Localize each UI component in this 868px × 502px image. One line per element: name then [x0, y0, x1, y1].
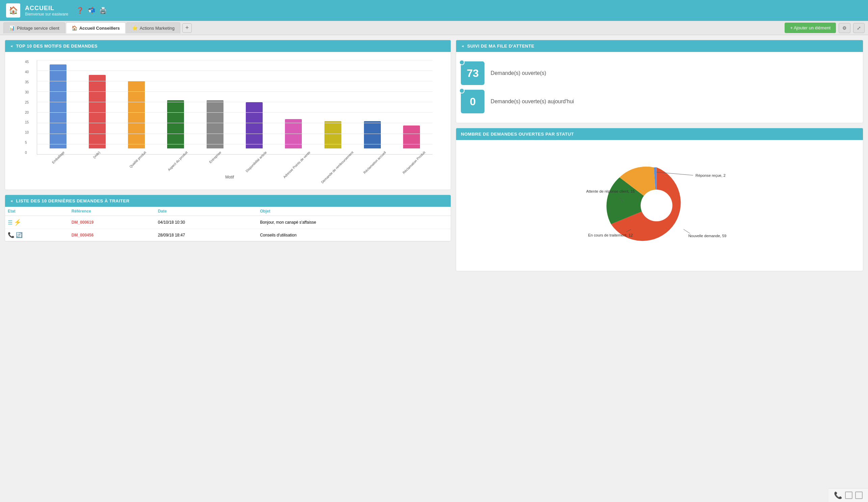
top10-collapse-icon[interactable]: ◄	[10, 44, 13, 48]
col-objet: Objet	[257, 207, 451, 216]
notifications-icon[interactable]: 📬	[88, 7, 95, 14]
bar-reclamation-produit: Réclamation Produit	[393, 125, 430, 154]
x-axis-label: Motif	[27, 175, 433, 179]
bar-disponibilite: Disponibilité article	[236, 102, 272, 154]
right-column: ◄ SUIVI DE MA FILE D'ATTENTE 73 Demande(…	[456, 40, 863, 271]
header-icons: ❓ 📬 🖨️	[76, 7, 107, 14]
bar-emballage: Emballage	[40, 64, 76, 154]
bar-aspect: Aspect du produit	[157, 100, 194, 154]
app-subtitle: Bienvenue sur easiware	[25, 12, 68, 17]
suivi-header: ◄ SUIVI DE MA FILE D'ATTENTE	[456, 40, 863, 52]
suivi-today-label: Demande(s) ouverte(s) aujourd'hui	[490, 98, 574, 105]
app-header: 🏠 ACCUEIL Bienvenue sur easiware ❓ 📬 🖨️	[0, 0, 868, 21]
tab-marketing[interactable]: ⭐ Actions Marketing	[126, 22, 180, 33]
left-column: ◄ TOP 10 DES MOTIFS DE DEMANDES 0 5 10 1…	[5, 40, 451, 271]
top10-title: TOP 10 DES MOTIFS DE DEMANDES	[16, 43, 97, 49]
label-attente: Attente de réponse client, 15	[586, 189, 635, 193]
bar-adresse: Adresse Points de vente	[275, 119, 312, 154]
liste-header: ◄ LISTE DES 10 DERNIÈRES DEMANDES À TRAI…	[5, 195, 451, 207]
suivi-open-label: Demande(s) ouverte(s)	[490, 70, 546, 76]
col-date: Date	[155, 207, 257, 216]
tab-pilotage[interactable]: 📊 Pilotage service client	[3, 22, 65, 33]
y-label-0: 0	[25, 151, 29, 155]
y-label-25: 25	[25, 101, 29, 104]
col-reference: Référence	[69, 207, 155, 216]
liste-collapse-icon[interactable]: ◄	[10, 199, 13, 203]
bar-remboursement: Demande de remboursement	[314, 121, 351, 154]
table-row: ☰ ⚡ DM_000619 04/10/18 10:30 Bonjour, mo…	[5, 216, 451, 229]
table-row: 📞 🔄 DM_000456 28/09/18 18:47 Conseils d'…	[5, 229, 451, 241]
tab-accueil[interactable]: 🏠 Accueil Conseillers	[66, 22, 126, 33]
label-reponse-recue: Réponse reçue, 2	[695, 174, 725, 177]
y-label-45: 45	[25, 60, 29, 64]
statut-panel: NOMBRE DE DEMANDES OUVERTES PAR STATUT	[456, 128, 863, 271]
tabbar-right: + Ajouter un élément ⚙ ⤢	[785, 23, 865, 33]
y-label-40: 40	[25, 70, 29, 74]
statut-header: NOMBRE DE DEMANDES OUVERTES PAR STATUT	[456, 128, 863, 140]
tab-add-button[interactable]: +	[182, 23, 192, 33]
date-1: 04/10/18 10:30	[155, 216, 257, 229]
y-label-20: 20	[25, 111, 29, 114]
pie-chart-svg: Réponse reçue, 2 Attente de réponse clie…	[589, 151, 731, 259]
suivi-open-count: 73	[467, 67, 479, 80]
header-title-block: ACCUEIL Bienvenue sur easiware	[25, 5, 68, 17]
date-2: 28/09/18 18:47	[155, 229, 257, 241]
fullscreen-button[interactable]: ⤢	[853, 23, 865, 33]
liste-title: LISTE DES 10 DERNIÈRES DEMANDES À TRAITE…	[16, 198, 129, 203]
pie-chart-container: Réponse reçue, 2 Attente de réponse clie…	[461, 145, 858, 266]
liste-table: Etat Référence Date Objet ☰ ⚡	[5, 207, 451, 241]
ref-link-2[interactable]: DM_000456	[72, 233, 94, 238]
suivi-open-badge: 73	[461, 61, 485, 85]
state-lightning-icon: ⚡	[14, 219, 21, 226]
y-label-15: 15	[25, 121, 29, 124]
home-icon[interactable]: 🏠	[6, 3, 20, 18]
tab-pilotage-icon: 📊	[9, 25, 15, 31]
suivi-today-badge: 0	[461, 90, 485, 113]
tab-marketing-icon: ⭐	[132, 25, 138, 31]
settings-button[interactable]: ⚙	[839, 23, 850, 33]
bar-qualite: Qualité produit	[118, 81, 155, 154]
suivi-title: SUIVI DE MA FILE D'ATTENTE	[467, 43, 535, 49]
suivi-open-row: 73 Demande(s) ouverte(s)	[461, 61, 858, 85]
y-label-10: 10	[25, 130, 29, 134]
objet-1: Bonjour, mon canapé s'affaisse	[257, 216, 451, 229]
suivi-panel: ◄ SUIVI DE MA FILE D'ATTENTE 73 Demande(…	[456, 40, 863, 123]
help-icon[interactable]: ❓	[76, 7, 84, 14]
ref-link-1[interactable]: DM_000619	[72, 220, 94, 225]
y-label-35: 35	[25, 80, 29, 84]
state-refresh-icon: 🔄	[16, 232, 23, 238]
top10-panel: ◄ TOP 10 DES MOTIFS DE DEMANDES 0 5 10 1…	[5, 40, 451, 190]
suivi-today-row: 0 Demande(s) ouverte(s) aujourd'hui	[461, 90, 858, 113]
liste-body: Etat Référence Date Objet ☰ ⚡	[5, 207, 451, 241]
add-element-button[interactable]: + Ajouter un élément	[785, 23, 836, 33]
suivi-body: 73 Demande(s) ouverte(s) 0 Demande(s) ou…	[456, 52, 863, 123]
bar-entreprise: Entreprise	[197, 100, 233, 154]
label-nouvelle: Nouvelle demande, 59	[688, 234, 726, 238]
y-label-30: 30	[25, 91, 29, 94]
tab-bar: 📊 Pilotage service client 🏠 Accueil Cons…	[0, 21, 868, 35]
liste-panel: ◄ LISTE DES 10 DERNIÈRES DEMANDES À TRAI…	[5, 195, 451, 242]
print-icon[interactable]: 🖨️	[99, 7, 107, 14]
label-line-nouvelle	[683, 229, 690, 233]
col-etat: Etat	[5, 207, 69, 216]
tab-accueil-label: Accueil Conseillers	[79, 25, 120, 31]
suivi-collapse-icon[interactable]: ◄	[461, 44, 464, 48]
state-list-icon: ☰	[8, 219, 12, 226]
objet-2: Conseils d'utilisation	[257, 229, 451, 241]
statut-title: NOMBRE DE DEMANDES OUVERTES PAR STATUT	[461, 132, 574, 137]
tab-pilotage-label: Pilotage service client	[17, 25, 60, 31]
y-label-5: 5	[25, 141, 29, 144]
bar-vide: (vide)	[79, 75, 115, 154]
top10-header: ◄ TOP 10 DES MOTIFS DE DEMANDES	[5, 40, 451, 52]
top10-body: 0 5 10 15 20 25 30 35 40 45	[5, 52, 451, 190]
app-title: ACCUEIL	[25, 5, 68, 12]
pie-center	[640, 190, 672, 221]
bar-chart-bars: Emballage (vide) Qualité produit	[37, 60, 433, 155]
label-encours: En cours de traitement, 12	[588, 233, 633, 237]
statut-body: Réponse reçue, 2 Attente de réponse clie…	[456, 140, 863, 271]
bar-chart-container: 0 5 10 15 20 25 30 35 40 45	[10, 57, 446, 185]
state-phone-icon: 📞	[8, 232, 14, 238]
tab-accueil-icon: 🏠	[72, 25, 77, 31]
suivi-today-count: 0	[469, 95, 476, 108]
bar-reclamation-accueil: Réclamation accueil	[354, 121, 391, 154]
